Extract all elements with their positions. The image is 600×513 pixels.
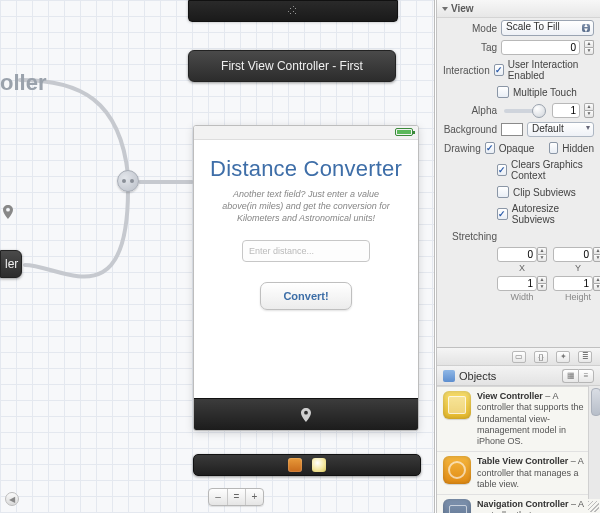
user-interaction-label: User Interaction Enabled: [508, 59, 594, 81]
zoom-out-button[interactable]: –: [209, 489, 227, 505]
interaction-label: Interaction: [443, 65, 490, 76]
tag-stepper[interactable]: ▲▼: [584, 40, 594, 55]
opaque-checkbox[interactable]: [485, 142, 495, 154]
clears-graphics-checkbox[interactable]: [497, 164, 507, 176]
alpha-stepper[interactable]: ▲▼: [584, 103, 594, 118]
map-pin-icon: [3, 205, 13, 219]
stretch-w-field[interactable]: [497, 276, 537, 291]
x-header: X: [519, 263, 525, 273]
stretching-grid: ▲▼ X ▲▼ Y ▲▼ Width ▲▼ Height: [437, 245, 600, 306]
clip-subviews-label: Clip Subviews: [513, 187, 576, 198]
partial-scene-title: oller: [0, 70, 46, 96]
clip-subviews-checkbox[interactable]: [497, 186, 509, 198]
code-snippet-tab-icon[interactable]: {}: [534, 351, 548, 363]
phone-mock-view[interactable]: Distance Converter Another text field? J…: [193, 125, 419, 431]
scroll-left-button[interactable]: ◀: [5, 492, 19, 506]
zoom-in-button[interactable]: +: [245, 489, 263, 505]
view-controller-icon[interactable]: [312, 458, 326, 472]
stretch-w-stepper[interactable]: ▲▼: [537, 276, 547, 291]
library-tab-icons: ▭ {} ✦ ≣: [437, 348, 600, 366]
view-controller-icon: [443, 391, 471, 419]
stretching-label: Stretching: [443, 231, 497, 242]
app-title-label[interactable]: Distance Converter: [194, 156, 418, 182]
height-footer: Height: [565, 292, 591, 302]
library-header: Objects ▦≡: [437, 366, 600, 386]
tag-label: Tag: [443, 42, 497, 53]
storyboard-canvas[interactable]: First View Controller - First oller ler …: [0, 0, 435, 513]
tag-field[interactable]: [501, 40, 580, 55]
stretch-h-field[interactable]: [553, 276, 593, 291]
object-tab-icon[interactable]: ✦: [556, 351, 570, 363]
hidden-label: Hidden: [562, 143, 594, 154]
zoom-fit-button[interactable]: =: [227, 489, 245, 505]
y-header: Y: [575, 263, 581, 273]
media-tab-icon[interactable]: ≣: [578, 351, 592, 363]
segue-node[interactable]: [117, 170, 139, 192]
objects-icon: [443, 370, 455, 382]
app-description-label[interactable]: Another text field? Just enter a value a…: [194, 182, 418, 224]
navigation-controller-icon: [443, 499, 471, 513]
disclosure-triangle-icon[interactable]: [442, 7, 448, 11]
distance-input[interactable]: [242, 240, 370, 262]
convert-button[interactable]: Convert!: [260, 282, 352, 310]
alpha-slider[interactable]: [504, 109, 545, 113]
color-swatch[interactable]: [501, 123, 523, 136]
attributes-inspector: View Mode ▲▼Scale To Fill Tag ▲▼ Interac…: [436, 0, 600, 513]
alpha-field[interactable]: [552, 103, 580, 118]
opaque-label: Opaque: [499, 143, 535, 154]
map-pin-icon: [299, 408, 313, 422]
zoom-controls: – = +: [208, 488, 264, 506]
stretch-y-stepper[interactable]: ▲▼: [593, 247, 600, 262]
table-view-controller-icon: [443, 456, 471, 484]
multiple-touch-label: Multiple Touch: [513, 87, 577, 98]
autoresize-label: Autoresize Subviews: [512, 203, 594, 225]
autoresize-checkbox[interactable]: [497, 208, 508, 220]
list-item[interactable]: Navigation Controller – A controller tha…: [437, 495, 600, 513]
clears-graphics-label: Clears Graphics Context: [511, 159, 594, 181]
multiple-touch-checkbox[interactable]: [497, 86, 509, 98]
stretch-x-field[interactable]: [497, 247, 537, 262]
resize-grip-icon[interactable]: [588, 501, 599, 512]
status-bar: [194, 126, 418, 140]
list-view-icon[interactable]: ≡: [578, 369, 594, 383]
scene-dock[interactable]: [193, 454, 421, 476]
section-title: View: [451, 3, 474, 14]
stretch-y-field[interactable]: [553, 247, 593, 262]
library-title: Objects: [459, 370, 496, 382]
mode-label: Mode: [443, 23, 497, 34]
list-item[interactable]: View Controller – A controller that supp…: [437, 387, 600, 452]
tab-bar[interactable]: [194, 398, 418, 430]
file-template-tab-icon[interactable]: ▭: [512, 351, 526, 363]
alpha-label: Alpha: [443, 105, 497, 116]
user-interaction-checkbox[interactable]: [494, 64, 504, 76]
hidden-checkbox[interactable]: [549, 142, 558, 154]
library-scrollbar[interactable]: [588, 386, 600, 499]
section-header-view[interactable]: View: [437, 0, 600, 18]
background-select[interactable]: Default: [527, 122, 594, 137]
list-item[interactable]: Table View Controller – A controller tha…: [437, 452, 600, 495]
stretch-x-stepper[interactable]: ▲▼: [537, 247, 547, 262]
scene1-tabbar-fragment: [188, 0, 398, 22]
mode-select[interactable]: ▲▼Scale To Fill: [501, 20, 594, 36]
library-list[interactable]: View Controller – A controller that supp…: [437, 386, 600, 513]
first-responder-icon[interactable]: [288, 458, 302, 472]
view-mode-segment[interactable]: ▦≡: [562, 369, 594, 383]
stretch-h-stepper[interactable]: ▲▼: [593, 276, 600, 291]
scene1-title[interactable]: First View Controller - First: [188, 50, 396, 82]
grid-view-icon[interactable]: ▦: [562, 369, 578, 383]
battery-icon: [395, 128, 413, 136]
width-footer: Width: [510, 292, 533, 302]
scene2-title-fragment[interactable]: ler: [0, 250, 22, 278]
background-label: Background: [443, 124, 497, 135]
drawing-label: Drawing: [443, 143, 481, 154]
library-panel: ▭ {} ✦ ≣ Objects ▦≡ View Controller – A …: [437, 347, 600, 513]
